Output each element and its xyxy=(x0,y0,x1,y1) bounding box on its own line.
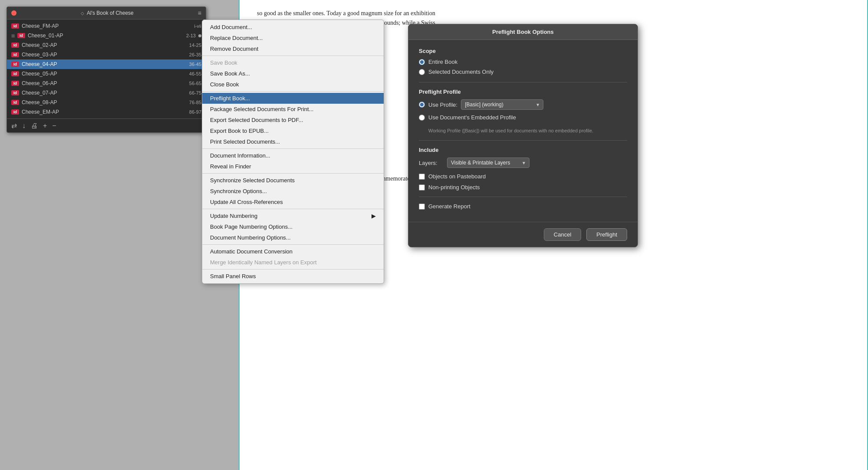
dialog-divider xyxy=(419,82,627,82)
list-item[interactable]: ⊞ Id Cheese_01-AP 2-13 xyxy=(7,31,206,40)
doc-name: Cheese_FM-AP xyxy=(22,23,192,29)
list-item[interactable]: Id Cheese_03-AP 26-35 xyxy=(7,50,206,59)
scope-entire-book[interactable]: Entire Book xyxy=(419,59,627,65)
list-item[interactable]: Id Cheese_07-AP 66-75 xyxy=(7,88,206,98)
scope-entire-book-label: Entire Book xyxy=(428,59,457,65)
ctx-reveal-finder[interactable]: Reveal in Finder xyxy=(202,161,384,172)
include-label: Include xyxy=(419,147,627,153)
ctx-export-epub[interactable]: Export Book to EPUB... xyxy=(202,125,384,136)
scope-entire-book-radio[interactable] xyxy=(419,59,425,65)
remove-button[interactable]: − xyxy=(52,122,56,130)
ctx-separator xyxy=(202,91,384,92)
doc-name: Cheese_EM-AP xyxy=(22,109,187,115)
preflight-dialog: Preflight Book Options Scope Entire Book… xyxy=(408,24,638,247)
use-embedded-profile[interactable]: Use Document's Embedded Profile xyxy=(419,114,627,121)
ctx-replace-document[interactable]: Replace Document... xyxy=(202,33,384,43)
list-item[interactable]: Id Cheese_02-AP 14-25 xyxy=(7,40,206,50)
list-item[interactable]: Id Cheese_06-AP 56-65 xyxy=(7,79,206,88)
doc-name: Cheese_06-AP xyxy=(22,80,187,86)
id-icon: Id xyxy=(11,90,19,95)
list-item[interactable]: Id Cheese_08-AP 76-85 xyxy=(7,98,206,107)
panel-close-button[interactable] xyxy=(11,10,16,16)
generate-report-label: Generate Report xyxy=(428,203,470,210)
cancel-button[interactable]: Cancel xyxy=(544,228,581,241)
panel-toolbar: ⇄ ↓ 🖨 + − xyxy=(7,118,206,132)
list-item[interactable]: Id Cheese_05-AP 46-55 xyxy=(7,69,206,79)
list-item[interactable]: Id Cheese_04-AP 36-45 xyxy=(7,59,206,69)
page-range: 66-75 xyxy=(189,90,201,95)
scope-selected-docs-radio[interactable] xyxy=(419,69,425,75)
doc-name: Cheese_08-AP xyxy=(22,99,187,105)
ctx-add-document[interactable]: Add Document... xyxy=(202,22,384,33)
list-item[interactable]: Id Cheese_EM-AP 86-97 xyxy=(7,107,206,117)
ctx-separator xyxy=(202,56,384,56)
layers-row: Layers: Visible & Printable Layers All L… xyxy=(419,158,627,168)
sync-button[interactable]: ⇄ xyxy=(11,122,17,130)
ctx-package-documents[interactable]: Package Selected Documents For Print... xyxy=(202,104,384,115)
ctx-separator xyxy=(202,244,384,245)
objects-pasteboard-checkbox[interactable] xyxy=(419,174,425,180)
generate-section: Generate Report xyxy=(419,203,627,210)
layers-dropdown[interactable]: Visible & Printable Layers All Layers Vi… xyxy=(447,158,529,168)
doc-name: Cheese_05-AP xyxy=(22,71,187,77)
non-printing-checkbox[interactable] xyxy=(419,184,425,191)
page-range: 46-55 xyxy=(189,71,201,76)
ctx-print-documents[interactable]: Print Selected Documents... xyxy=(202,136,384,147)
layers-label: Layers: xyxy=(419,160,443,166)
ctx-update-numbering[interactable]: Update Numbering ▶ xyxy=(202,210,384,221)
panel-menu-button[interactable]: ≡ xyxy=(198,10,201,16)
profile-section: Use Profile: [Basic] (working) [None] Cu… xyxy=(419,99,627,134)
ctx-update-cross-references[interactable]: Update All Cross-References xyxy=(202,197,384,207)
dialog-divider-2 xyxy=(419,140,627,141)
preflight-button[interactable]: Preflight xyxy=(586,228,627,241)
ctx-synchronize-options[interactable]: Synchronize Options... xyxy=(202,186,384,197)
book-list: Id Cheese_FM-AP i-vii ⊞ Id Cheese_01-AP … xyxy=(7,20,206,118)
non-printing-item[interactable]: Non-printing Objects xyxy=(419,184,627,191)
save-button[interactable]: ↓ xyxy=(22,122,26,130)
use-embedded-profile-label: Use Document's Embedded Profile xyxy=(428,114,516,121)
objects-pasteboard-label: Objects on Pasteboard xyxy=(428,173,486,180)
ctx-update-numbering-label: Update Numbering xyxy=(210,213,257,219)
generate-report-checkbox[interactable] xyxy=(419,204,425,210)
use-profile-radio[interactable] xyxy=(419,102,425,108)
objects-pasteboard-item[interactable]: Objects on Pasteboard xyxy=(419,173,627,180)
modified-indicator xyxy=(198,34,201,37)
non-printing-label: Non-printing Objects xyxy=(428,184,480,191)
page-range: 56-65 xyxy=(189,81,201,86)
ctx-save-book: Save Book xyxy=(202,57,384,68)
ctx-book-page-numbering[interactable]: Book Page Numbering Options... xyxy=(202,221,384,232)
profile-dropdown[interactable]: [Basic] (working) [None] Custom Profile xyxy=(461,99,543,110)
scope-selected-docs[interactable]: Selected Documents Only xyxy=(419,69,627,75)
embedded-profile-radio-group: Use Document's Embedded Profile xyxy=(419,114,627,121)
page-range: 86-97 xyxy=(189,109,201,115)
ctx-preflight-book[interactable]: Preflight Book... xyxy=(202,93,384,104)
doc-name: Cheese_04-AP xyxy=(22,61,187,67)
ctx-automatic-conversion[interactable]: Automatic Document Conversion xyxy=(202,246,384,257)
ctx-document-information[interactable]: Document Information... xyxy=(202,150,384,161)
page-range: i-vii xyxy=(194,23,202,29)
use-embedded-profile-radio[interactable] xyxy=(419,115,425,121)
layers-dropdown-wrapper: Visible & Printable Layers All Layers Vi… xyxy=(447,158,529,168)
use-profile-radio-item[interactable]: Use Profile: xyxy=(419,102,457,108)
panel-diamond-icon: ◇ xyxy=(81,11,84,16)
id-icon: Id xyxy=(11,23,19,29)
profile-hint: Working Profile ([Basic]) will be used f… xyxy=(428,128,627,134)
ctx-small-panel-rows[interactable]: Small Panel Rows xyxy=(202,271,384,282)
ctx-save-book-as[interactable]: Save Book As... xyxy=(202,68,384,79)
ctx-export-pdf[interactable]: Export Selected Documents to PDF... xyxy=(202,115,384,125)
ctx-remove-document[interactable]: Remove Document xyxy=(202,43,384,54)
add-button[interactable]: + xyxy=(43,122,47,130)
print-button[interactable]: 🖨 xyxy=(31,122,38,130)
dialog-divider-3 xyxy=(419,197,627,197)
ctx-document-numbering[interactable]: Document Numbering Options... xyxy=(202,232,384,243)
page-range: 36-45 xyxy=(189,62,201,67)
generate-report-item[interactable]: Generate Report xyxy=(419,203,627,210)
book-panel: ◇ Al's Book of Cheese ≡ Id Cheese_FM-AP … xyxy=(7,7,206,133)
page-range: 2-13 xyxy=(186,33,196,38)
ctx-separator xyxy=(202,209,384,209)
ctx-close-book[interactable]: Close Book xyxy=(202,79,384,90)
id-icon: Id xyxy=(11,100,19,105)
include-section: Include Layers: Visible & Printable Laye… xyxy=(419,147,627,191)
list-item[interactable]: Id Cheese_FM-AP i-vii xyxy=(7,21,206,31)
ctx-synchronize-selected[interactable]: Synchronize Selected Documents xyxy=(202,175,384,186)
